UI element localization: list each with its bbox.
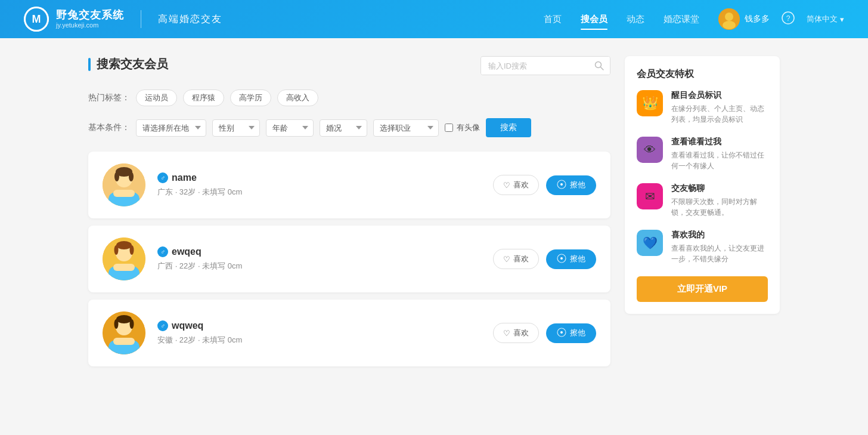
svg-rect-13 <box>113 190 135 197</box>
logo-divider <box>141 10 141 28</box>
svg-rect-31 <box>113 338 135 345</box>
privilege-name: 喜欢我的 <box>671 230 768 240</box>
privilege-name: 查看谁看过我 <box>671 137 768 147</box>
member-detail: 广东 · 32岁 · 未填写 0cm <box>157 187 481 198</box>
swipe-button[interactable]: 擦他 <box>546 249 596 269</box>
heart-icon: ♡ <box>503 329 510 338</box>
member-actions: ♡ 喜欢 擦他 <box>493 175 596 195</box>
like-button[interactable]: ♡ 喜欢 <box>493 175 539 195</box>
privilege-icon-mail: ✉ <box>637 183 663 209</box>
swipe-button[interactable]: 擦他 <box>546 323 596 343</box>
logo-icon: M <box>24 7 49 32</box>
location-select[interactable]: 请选择所在地 <box>136 119 206 137</box>
tag-item[interactable]: 高学历 <box>230 90 271 106</box>
avatar[interactable] <box>103 311 145 354</box>
id-search-input[interactable] <box>481 57 588 75</box>
id-search-button[interactable] <box>588 57 610 75</box>
member-info: ♂ name 广东 · 32岁 · 未填写 0cm <box>157 172 481 198</box>
privilege-icon-crown: 👑 <box>637 90 663 116</box>
privilege-desc: 不限聊天次数，同时对方解锁，交友更畅通。 <box>671 196 768 218</box>
avatar[interactable] <box>103 163 145 206</box>
gender-select[interactable]: 性别 <box>212 119 260 137</box>
svg-point-15 <box>114 172 119 181</box>
age-select[interactable]: 年龄 <box>266 119 314 137</box>
nav-home[interactable]: 首页 <box>544 11 562 27</box>
svg-point-33 <box>114 319 119 329</box>
privilege-desc: 查看喜欢我的人，让交友更进一步，不错失缘分 <box>671 243 768 264</box>
nav-activity[interactable]: 动态 <box>627 11 644 27</box>
notification-icon[interactable]: ? <box>782 11 795 27</box>
swipe-icon <box>557 328 566 339</box>
svg-point-27 <box>560 257 563 260</box>
member-name-row: ♂ ewqeq <box>157 246 481 257</box>
member-info: ♂ wqweq 安徽 · 22岁 · 未填写 0cm <box>157 320 481 345</box>
language-selector[interactable]: 简体中文 ▾ <box>807 14 844 24</box>
swipe-icon <box>557 254 566 265</box>
avatar[interactable] <box>103 237 145 280</box>
filter-bar: 基本条件： 请选择所在地 性别 年龄 婚况 选择职业 有头像 搜索 <box>88 118 610 137</box>
marital-select[interactable]: 婚况 <box>320 119 367 137</box>
tag-item[interactable]: 程序猿 <box>183 90 224 106</box>
gender-icon: ♂ <box>157 320 168 331</box>
id-search-wrap <box>480 56 610 75</box>
svg-text:M: M <box>32 13 41 25</box>
tag-item[interactable]: 高收入 <box>277 90 318 106</box>
tag-item[interactable]: 运动员 <box>136 90 177 106</box>
svg-point-23 <box>116 241 132 249</box>
hot-tags: 热门标签： 运动员 程序猿 高学历 高收入 <box>88 90 610 106</box>
logo-text: 野兔交友系统 jy.yetukeji.com <box>56 10 124 29</box>
member-info: ♂ ewqeq 广西 · 22岁 · 未填写 0cm <box>157 246 481 272</box>
privilege-item: 👑 醒目会员标识 在缘分列表、个人主页、动态列表，均显示会员标识 <box>637 90 768 125</box>
svg-point-34 <box>130 319 134 329</box>
privilege-item: ✉ 交友畅聊 不限聊天次数，同时对方解锁，交友更畅通。 <box>637 183 768 218</box>
like-button[interactable]: ♡ 喜欢 <box>493 249 539 269</box>
has-photo-wrap: 有头像 <box>445 122 480 133</box>
swipe-button[interactable]: 擦他 <box>546 175 596 195</box>
main-nav: 首页 搜会员 动态 婚恋课堂 <box>544 11 699 27</box>
has-photo-checkbox[interactable] <box>445 124 453 132</box>
logo-slogan: 高端婚恋交友 <box>158 13 222 26</box>
member-name[interactable]: name <box>172 172 197 183</box>
logo-title: 野兔交友系统 <box>56 10 124 21</box>
member-name[interactable]: ewqeq <box>172 246 202 257</box>
member-list: ♂ name 广东 · 32岁 · 未填写 0cm ♡ 喜欢 <box>88 152 610 374</box>
nav-search-members[interactable]: 搜会员 <box>581 11 607 27</box>
privilege-desc: 在缘分列表、个人主页、动态列表，均显示会员标识 <box>671 103 768 125</box>
svg-point-25 <box>130 245 134 255</box>
privilege-item: 👁 查看谁看过我 查看谁看过我，让你不错过任何一个有缘人 <box>637 137 768 171</box>
job-select[interactable]: 选择职业 <box>373 119 439 137</box>
gender-icon: ♂ <box>157 246 168 257</box>
privilege-title: 会员交友特权 <box>637 68 768 81</box>
svg-point-4 <box>725 13 733 21</box>
svg-point-36 <box>560 331 563 334</box>
member-name[interactable]: wqweq <box>172 320 203 331</box>
main-container: 搜索交友会员 热门标签： 运动员 程序猿 高学历 高收入 基本条件： <box>76 38 792 391</box>
has-photo-label[interactable]: 有头像 <box>457 122 480 133</box>
user-menu[interactable]: 钱多多 <box>718 8 770 30</box>
user-name: 钱多多 <box>745 14 770 24</box>
header: M 野兔交友系统 jy.yetukeji.com 高端婚恋交友 首页 搜会员 动… <box>0 0 868 38</box>
privilege-icon-eye: 👁 <box>637 137 663 163</box>
sidebar: 会员交友特权 👑 醒目会员标识 在缘分列表、个人主页、动态列表，均显示会员标识 … <box>625 56 780 374</box>
content-left: 搜索交友会员 热门标签： 运动员 程序猿 高学历 高收入 基本条件： <box>88 56 610 374</box>
svg-text:?: ? <box>786 14 790 23</box>
filter-label: 基本条件： <box>88 122 130 133</box>
member-name-row: ♂ name <box>157 172 481 183</box>
page-title-wrap: 搜索交友会员 <box>88 56 168 72</box>
svg-point-24 <box>114 245 119 255</box>
swipe-icon <box>557 180 566 191</box>
svg-point-32 <box>116 315 132 323</box>
like-button[interactable]: ♡ 喜欢 <box>493 323 539 343</box>
nav-dating-class[interactable]: 婚恋课堂 <box>664 11 699 27</box>
privilege-item: 💙 喜欢我的 查看喜欢我的人，让交友更进一步，不错失缘分 <box>637 230 768 264</box>
member-name-row: ♂ wqweq <box>157 320 481 331</box>
vip-button[interactable]: 立即开通VIP <box>637 276 768 302</box>
header-actions: ? 简体中文 ▾ <box>782 11 844 27</box>
privilege-section: 会员交友特权 👑 醒目会员标识 在缘分列表、个人主页、动态列表，均显示会员标识 … <box>625 56 780 314</box>
page-title-bar <box>88 58 91 71</box>
search-button[interactable]: 搜索 <box>486 118 531 137</box>
table-row: ♂ name 广东 · 32岁 · 未填写 0cm ♡ 喜欢 <box>88 152 610 218</box>
logo[interactable]: M 野兔交友系统 jy.yetukeji.com 高端婚恋交友 <box>24 7 222 32</box>
heart-icon: ♡ <box>503 255 510 264</box>
svg-line-9 <box>601 67 604 70</box>
